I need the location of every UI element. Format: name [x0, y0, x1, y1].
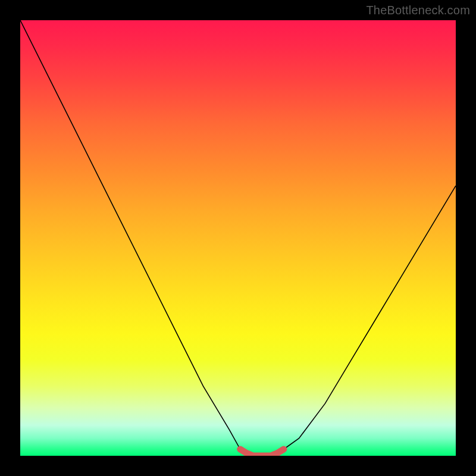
chart-svg: [20, 20, 456, 456]
chart-frame: TheBottleneck.com: [0, 0, 476, 476]
chart-plot-area: [20, 20, 456, 456]
bottleneck-curve-path: [20, 20, 456, 456]
optimal-plateau-marker-path: [240, 449, 284, 456]
watermark-text: TheBottleneck.com: [366, 4, 470, 17]
